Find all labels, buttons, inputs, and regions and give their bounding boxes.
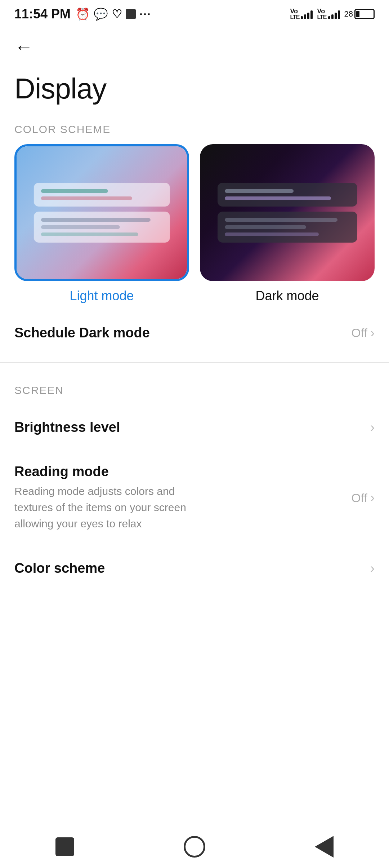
- schedule-dark-mode-title: Schedule Dark mode: [14, 325, 351, 341]
- battery-percentage: 28: [344, 9, 353, 19]
- back-icon: [315, 836, 334, 858]
- reading-mode-title: Reading mode: [14, 464, 351, 479]
- light-line-2: [41, 196, 132, 200]
- dark-preview-cards: [218, 183, 357, 243]
- reading-mode-chevron: ›: [370, 490, 375, 505]
- signal-block-2: Vo LTE: [317, 8, 340, 20]
- light-line-5: [41, 232, 138, 236]
- home-icon: [184, 836, 205, 858]
- time-display: 11:54 PM: [14, 6, 71, 22]
- status-bar: 11:54 PM ⏰ 💬 ♡ ··· Vo LTE: [0, 0, 389, 25]
- reading-mode-item[interactable]: Reading mode Reading mode adjusts colors…: [0, 449, 389, 546]
- light-card-1: [33, 183, 170, 207]
- light-line-4: [41, 225, 120, 229]
- light-card-2: [33, 212, 170, 243]
- dark-card-2: [218, 212, 357, 243]
- status-icons: ⏰ 💬 ♡ ···: [76, 7, 151, 21]
- brightness-chevron: ›: [370, 420, 375, 435]
- schedule-dark-mode-right: Off ›: [351, 326, 375, 341]
- dark-line-2: [225, 196, 331, 200]
- page-title: Display: [0, 65, 389, 120]
- schedule-dark-mode-left: Schedule Dark mode: [14, 325, 351, 341]
- color-scheme-label: COLOR SCHEME: [0, 120, 389, 144]
- nav-recents-button[interactable]: [50, 832, 79, 861]
- nav-bar: [0, 825, 389, 868]
- reading-mode-right: Off ›: [351, 490, 375, 505]
- dots-icon: ···: [139, 8, 151, 21]
- light-mode-preview[interactable]: [14, 144, 189, 281]
- dark-line-1: [225, 189, 294, 193]
- status-right-icons: Vo LTE Vo LTE: [290, 8, 375, 20]
- dark-line-3: [225, 218, 337, 222]
- recents-icon: [55, 837, 74, 856]
- battery-body: [354, 9, 375, 19]
- light-mode-card[interactable]: Light mode: [14, 144, 189, 304]
- stop-icon: [126, 9, 136, 19]
- color-scheme-item-title: Color scheme: [14, 561, 370, 576]
- brightness-level-title: Brightness level: [14, 420, 370, 435]
- dark-mode-label: Dark mode: [255, 288, 319, 304]
- heart-icon: ♡: [112, 7, 122, 21]
- battery-fill: [356, 11, 359, 17]
- signal-block-1: Vo LTE: [290, 8, 313, 20]
- reading-mode-left: Reading mode Reading mode adjusts colors…: [14, 464, 351, 532]
- light-preview-cards: [33, 183, 170, 243]
- light-bg: [17, 146, 187, 279]
- light-mode-label: Light mode: [70, 288, 134, 304]
- dark-line-5: [225, 232, 319, 236]
- brightness-level-right: ›: [370, 420, 375, 435]
- battery-indicator: 28: [344, 9, 375, 19]
- brightness-level-item[interactable]: Brightness level ›: [0, 405, 389, 449]
- schedule-dark-mode-chevron: ›: [370, 326, 375, 341]
- dark-mode-card[interactable]: Dark mode: [200, 144, 375, 304]
- reading-mode-subtitle: Reading mode adjusts colors and textures…: [14, 483, 216, 532]
- color-scheme-item[interactable]: Color scheme ›: [0, 546, 389, 590]
- back-arrow-icon[interactable]: ←: [14, 36, 33, 57]
- nav-home-button[interactable]: [180, 832, 209, 861]
- alarm-icon: ⏰: [76, 7, 90, 21]
- color-scheme-item-right: ›: [370, 561, 375, 576]
- light-line-3: [41, 218, 151, 222]
- color-scheme-row: Light mode: [0, 144, 389, 311]
- screen-section-label: SCREEN: [0, 381, 389, 405]
- light-line-1: [41, 189, 108, 193]
- dark-mode-preview[interactable]: [200, 144, 375, 281]
- schedule-dark-mode-value: Off: [351, 326, 367, 340]
- screen-section: SCREEN Brightness level › Reading mode R…: [0, 370, 389, 590]
- color-scheme-chevron: ›: [370, 561, 375, 576]
- divider-1: [0, 362, 389, 363]
- signal-bars-1: [301, 9, 313, 19]
- back-button[interactable]: ←: [0, 25, 389, 65]
- whatsapp-icon: 💬: [94, 7, 108, 21]
- reading-mode-value: Off: [351, 491, 367, 505]
- dark-bg: [200, 144, 375, 281]
- status-time: 11:54 PM ⏰ 💬 ♡ ···: [14, 6, 151, 22]
- signal-bars-2: [328, 9, 340, 19]
- brightness-level-left: Brightness level: [14, 420, 370, 435]
- dark-line-4: [225, 225, 306, 229]
- dark-card-1: [218, 183, 357, 207]
- color-scheme-item-left: Color scheme: [14, 561, 370, 576]
- schedule-dark-mode-item[interactable]: Schedule Dark mode Off ›: [0, 311, 389, 355]
- nav-back-button[interactable]: [310, 832, 339, 861]
